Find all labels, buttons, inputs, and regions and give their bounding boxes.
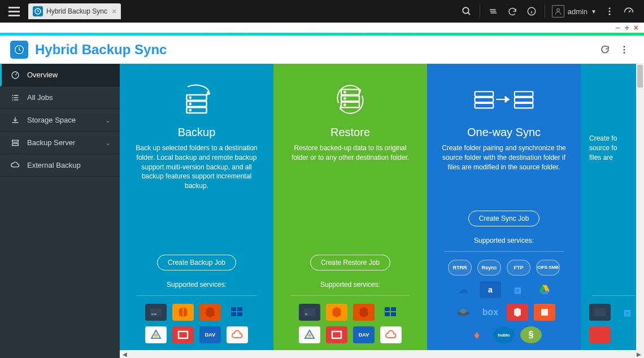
supported-label: Supported services:: [131, 281, 262, 289]
create-backup-job-button[interactable]: Create Backup Job: [157, 255, 236, 270]
user-menu[interactable]: admin ▼: [549, 5, 600, 18]
service-icons: DAV: [131, 299, 262, 343]
svg-rect-39: [391, 307, 396, 311]
svg-rect-52: [541, 309, 548, 316]
user-avatar-icon: [552, 5, 564, 18]
sync-stack-icon: [438, 78, 569, 120]
chevron-down-icon: ⌄: [105, 139, 111, 147]
close-icon[interactable]: ×: [112, 7, 116, 16]
scroll-right-arrow[interactable]: ▶: [635, 351, 643, 357]
card-partial: Create fo source fo files are ⧈: [581, 64, 644, 352]
window-control-bar: – + ×: [0, 23, 644, 33]
service-icons: ⧈: [586, 299, 644, 343]
search-icon[interactable]: [457, 2, 476, 21]
svg-rect-26: [231, 312, 236, 316]
sidebar-item-external-backup[interactable]: External Backup: [0, 154, 120, 177]
backup-stack-icon: [131, 78, 262, 120]
vertical-scrollbar[interactable]: [636, 64, 644, 350]
svg-point-3: [556, 8, 559, 11]
sidebar-item-storage-space[interactable]: Storage Space ⌄: [0, 109, 120, 132]
google-cloud-icon: [299, 326, 320, 343]
svg-rect-27: [237, 312, 242, 316]
svg-rect-25: [237, 307, 242, 311]
yandex-icon: [452, 304, 474, 321]
user-label: admin: [568, 7, 588, 16]
scroll-left-arrow[interactable]: ◀: [121, 351, 129, 357]
aws-glacier-icon: [353, 304, 375, 321]
partial-icon: [586, 78, 644, 120]
svg-rect-38: [385, 307, 390, 311]
backblaze-icon: ♦: [466, 326, 488, 343]
webdav-icon: DAV: [353, 326, 375, 343]
sidebar-item-label: All Jobs: [27, 93, 53, 102]
server-icon: [9, 138, 21, 147]
app-logo-icon: [10, 41, 28, 59]
nas-icon: [299, 304, 320, 321]
service-red1-icon: [507, 304, 528, 321]
onedrive-icon: ☁: [452, 281, 474, 298]
card-backup: Backup Back up selected folders to a des…: [120, 64, 273, 352]
tab-label: Hybrid Backup Sync: [46, 7, 107, 15]
sidebar-item-all-jobs[interactable]: All Jobs: [0, 86, 120, 109]
sugarsync-icon: §: [520, 326, 542, 343]
cifs-smb-pill: CIFS SMB: [536, 260, 560, 276]
chevron-down-icon: ⌄: [105, 116, 111, 124]
openstack-icon: [326, 326, 347, 343]
svg-rect-29: [179, 331, 188, 338]
minimize-button[interactable]: –: [616, 23, 620, 32]
cloud-icon: [380, 326, 402, 343]
svg-rect-24: [231, 307, 236, 311]
info-icon[interactable]: [522, 2, 541, 21]
sidebar-item-label: Overview: [27, 71, 58, 79]
supported-label: Supported services:: [438, 237, 569, 245]
cloud-upload-icon: [9, 161, 21, 170]
svg-rect-49: [515, 103, 533, 108]
aws-s3-icon: [326, 304, 347, 321]
svg-rect-45: [475, 97, 494, 102]
azure-icon: [227, 304, 248, 321]
app-tab[interactable]: Hybrid Backup Sync ×: [28, 3, 121, 19]
stack-icon[interactable]: [484, 2, 503, 21]
more-vertical-icon[interactable]: [600, 2, 619, 21]
app-title: Hybrid Backup Sync: [35, 42, 167, 58]
service-icon: [589, 326, 611, 343]
system-topbar: Hybrid Backup Sync × admin ▼: [0, 0, 644, 23]
create-restore-job-button[interactable]: Create Restore Job: [310, 255, 390, 270]
refresh-icon[interactable]: [595, 40, 615, 59]
svg-point-10: [624, 49, 625, 50]
service-red2-icon: [534, 304, 555, 321]
dropbox-icon: ⧈: [616, 304, 638, 321]
rsync-pill: Rsync: [477, 260, 501, 276]
svg-point-4: [609, 7, 611, 9]
horizontal-scrollbar[interactable]: ◀ ▶: [120, 350, 644, 358]
restore-stack-icon: [285, 78, 416, 120]
sidebar-item-backup-server[interactable]: Backup Server ⌄: [0, 132, 120, 154]
svg-point-42: [308, 334, 311, 337]
app-header: Hybrid Backup Sync: [0, 36, 644, 64]
hubic-icon: hubic: [493, 326, 515, 343]
svg-rect-43: [332, 331, 341, 338]
dashboard-gauge-icon[interactable]: [619, 2, 638, 21]
more-vertical-icon[interactable]: [615, 40, 634, 59]
openstack-icon: [172, 326, 194, 343]
menu-hamburger-icon[interactable]: [6, 4, 23, 19]
webdav-icon: DAV: [199, 326, 221, 343]
maximize-button[interactable]: +: [625, 23, 629, 32]
chevron-down-icon: ▼: [591, 8, 597, 15]
sidebar-item-overview[interactable]: Overview: [0, 64, 120, 86]
svg-point-20: [190, 110, 191, 111]
cloud-sync-icon[interactable]: [503, 2, 522, 21]
svg-point-35: [344, 104, 345, 105]
card-description: Create fo source fo files are: [586, 134, 644, 162]
card-description: Back up selected folders to a destinatio…: [131, 143, 262, 191]
svg-rect-37: [305, 313, 307, 315]
close-button[interactable]: ×: [634, 23, 638, 32]
tab-app-icon: [33, 6, 43, 16]
list-icon: [9, 93, 21, 102]
create-sync-job-button[interactable]: Create Sync Job: [468, 211, 540, 226]
svg-point-1: [463, 7, 469, 14]
svg-rect-53: [594, 308, 606, 316]
svg-rect-40: [385, 312, 390, 316]
service-icons: RTRR Rsync FTP CIFS SMB ☁ a ⧈ box ♦ hubi…: [438, 255, 569, 343]
svg-rect-13: [12, 140, 19, 142]
